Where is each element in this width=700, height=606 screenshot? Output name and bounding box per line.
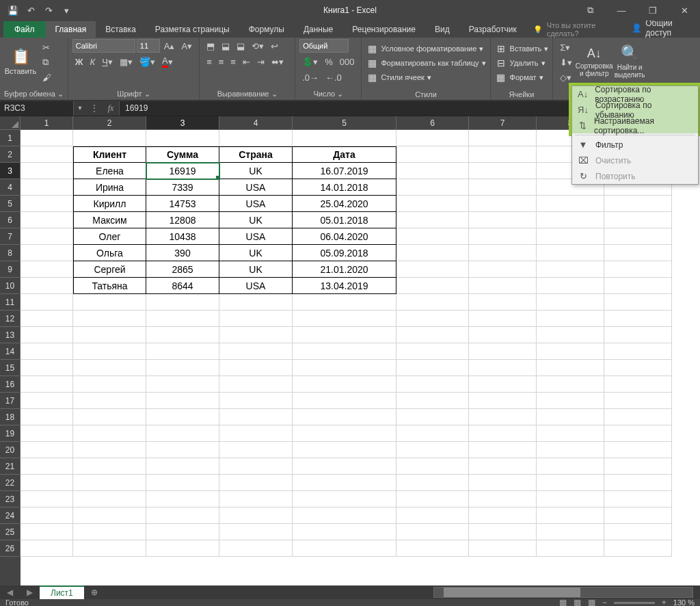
sheet-nav-prev-icon[interactable]: ◀ [0, 588, 20, 597]
cell[interactable] [219, 311, 293, 327]
cell[interactable] [396, 130, 469, 146]
align-left-icon[interactable]: ≡ [204, 55, 215, 68]
cell[interactable] [219, 508, 293, 524]
sort-filter-button[interactable]: A↓ Сортировка и фильтр [578, 39, 610, 84]
cell[interactable]: Клиент [73, 146, 146, 163]
cell[interactable] [604, 425, 672, 442]
cell[interactable] [604, 261, 672, 278]
cell[interactable] [537, 540, 604, 557]
cell[interactable] [604, 327, 672, 343]
orientation-icon[interactable]: ⟲▾ [249, 39, 267, 53]
clear-button[interactable]: ◇▾ [557, 70, 575, 84]
cells-area[interactable]: КлиентСуммаСтранаДатаЕлена16919UK16.07.2… [21, 130, 700, 585]
redo-icon[interactable]: ↷ [42, 4, 55, 16]
row-header[interactable]: 9 [0, 261, 21, 278]
zoom-slider[interactable] [614, 602, 655, 604]
cell[interactable] [219, 458, 293, 475]
row-header[interactable]: 14 [0, 343, 21, 360]
add-sheet-button[interactable]: ⊕ [84, 588, 105, 597]
cell[interactable] [604, 475, 672, 491]
cell[interactable] [73, 343, 146, 360]
cell[interactable]: Страна [219, 146, 293, 163]
cell[interactable] [293, 475, 396, 491]
cell[interactable] [396, 458, 469, 475]
tab-insert[interactable]: Вставка [96, 21, 146, 38]
column-header[interactable]: 4 [219, 116, 293, 130]
row-header[interactable]: 8 [0, 245, 21, 261]
cell[interactable]: 21.01.2020 [293, 261, 396, 278]
cell[interactable] [219, 475, 293, 491]
cell[interactable] [469, 294, 537, 311]
column-header[interactable]: 5 [293, 116, 396, 130]
tab-file[interactable]: Файл [3, 21, 46, 38]
cell[interactable]: 16.07.2019 [293, 163, 396, 179]
cell[interactable] [293, 409, 396, 425]
cell[interactable] [21, 491, 73, 508]
name-box[interactable]: R3C3 [0, 101, 74, 116]
cell[interactable] [293, 524, 396, 540]
sheet-tab[interactable]: Лист1 [40, 585, 84, 599]
cell[interactable]: 14753 [146, 196, 219, 212]
cell[interactable]: 05.01.2018 [293, 212, 396, 228]
underline-button[interactable]: Ч▾ [99, 55, 116, 68]
cell[interactable] [469, 360, 537, 376]
tell-me-search[interactable]: 💡 Что вы хотите сделать? [526, 21, 623, 38]
tab-view[interactable]: Вид [425, 21, 459, 38]
cell[interactable]: 390 [146, 245, 219, 261]
cell[interactable] [469, 245, 537, 261]
row-header[interactable]: 10 [0, 278, 21, 294]
cell[interactable] [537, 442, 604, 458]
cell[interactable] [146, 409, 219, 425]
tab-page-layout[interactable]: Разметка страницы [146, 21, 239, 38]
row-header[interactable]: 21 [0, 458, 21, 475]
cell[interactable]: Ирина [73, 179, 146, 196]
cell[interactable]: USA [219, 228, 293, 245]
cell[interactable] [293, 294, 396, 311]
cell[interactable] [604, 212, 672, 228]
cell[interactable]: UK [219, 212, 293, 228]
cell[interactable] [219, 409, 293, 425]
format-cells-button[interactable]: ▦Формат ▾ [495, 70, 543, 84]
bold-button[interactable]: Ж [72, 55, 86, 68]
cell[interactable] [21, 524, 73, 540]
cell[interactable] [219, 425, 293, 442]
row-header[interactable]: 23 [0, 491, 21, 508]
cell[interactable] [293, 311, 396, 327]
cell-styles-button[interactable]: ▦Стили ячеек ▾ [366, 70, 431, 84]
cell[interactable] [396, 409, 469, 425]
cell[interactable] [396, 343, 469, 360]
cell[interactable] [469, 376, 537, 393]
cell[interactable] [219, 327, 293, 343]
cell[interactable] [21, 228, 73, 245]
cell[interactable] [604, 524, 672, 540]
scrollbar-thumb[interactable] [444, 588, 580, 597]
column-header[interactable]: 3 [146, 116, 219, 130]
percent-icon[interactable]: % [322, 55, 336, 68]
currency-icon[interactable]: 💲▾ [299, 55, 321, 68]
cell[interactable] [146, 491, 219, 508]
cell[interactable] [146, 311, 219, 327]
align-center-icon[interactable]: ≡ [216, 55, 227, 68]
cell[interactable] [73, 393, 146, 409]
cell[interactable] [146, 294, 219, 311]
cell[interactable] [604, 442, 672, 458]
cell[interactable] [537, 458, 604, 475]
format-painter-button[interactable]: 🖌 [40, 70, 54, 84]
cell[interactable]: 16919 [146, 163, 219, 179]
cell[interactable] [219, 130, 293, 146]
save-icon[interactable]: 💾 [7, 4, 19, 16]
name-box-dropdown-icon[interactable]: ▼ [74, 105, 86, 111]
column-header[interactable]: 6 [396, 116, 469, 130]
cell[interactable] [293, 540, 396, 557]
cell[interactable] [537, 311, 604, 327]
cell[interactable] [396, 540, 469, 557]
paste-button[interactable]: 📋 Вставить [4, 39, 37, 84]
cell[interactable] [73, 327, 146, 343]
cell[interactable] [293, 442, 396, 458]
cell[interactable] [396, 212, 469, 228]
cell[interactable] [469, 475, 537, 491]
cell[interactable] [604, 360, 672, 376]
row-header[interactable]: 5 [0, 196, 21, 212]
cell[interactable] [219, 540, 293, 557]
cell[interactable] [146, 524, 219, 540]
